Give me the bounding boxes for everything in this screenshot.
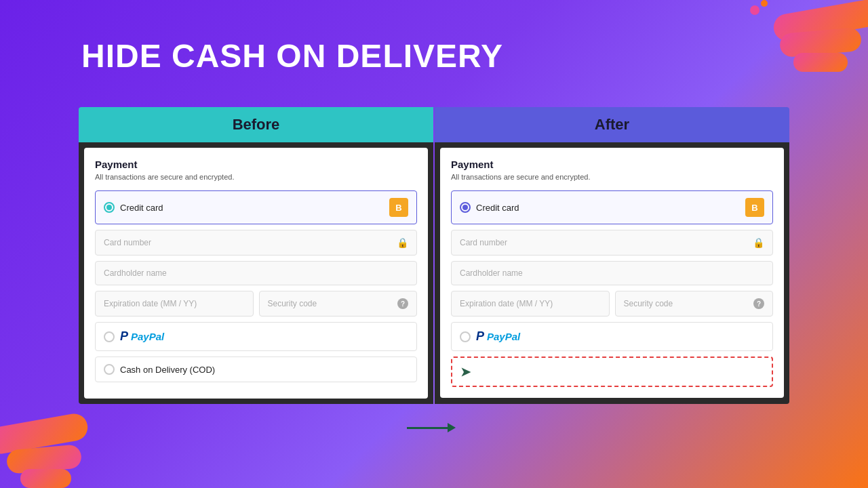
after-b-badge: B [745,198,764,217]
before-credit-card-left: Credit card [104,202,163,213]
before-paypal-left: P PayPal [104,329,164,344]
after-body: Payment All transactions are secure and … [435,142,789,404]
before-security-placeholder: Security code [268,299,317,308]
before-payment-card: Payment All transactions are secure and … [84,148,428,399]
page-title: HIDE CASH ON DELIVERY [81,37,503,75]
after-cardholder-placeholder: Cardholder name [460,268,523,278]
before-cod-option[interactable]: Cash on Delivery (COD) [95,357,417,382]
arrow-line [407,427,448,429]
before-payment-subtitle: All transactions are secure and encrypte… [95,173,417,181]
before-card-number-placeholder: Card number [104,238,151,247]
after-card-number-placeholder: Card number [460,238,507,247]
after-card-fields: Card number 🔒 Cardholder name Expiration… [451,230,773,317]
decorative-blob-top-right [732,0,868,81]
after-help-icon: ? [753,298,764,309]
before-expiry-field[interactable]: Expiration date (MM / YY) [95,291,254,317]
before-cardholder-field[interactable]: Cardholder name [95,261,417,285]
after-credit-card-label: Credit card [476,203,519,213]
paypal-text-before: PayPal [131,331,164,342]
after-payment-subtitle: All transactions are secure and encrypte… [451,173,773,181]
comparison-container: Before Payment All transactions are secu… [79,107,789,404]
after-hidden-cod-box: ➤ [451,357,773,387]
after-paypal-logo: P PayPal [476,329,520,344]
paypal-p-before: P [120,329,128,344]
before-security-field[interactable]: Security code ? [259,291,418,317]
before-panel: Before Payment All transactions are secu… [79,107,433,404]
before-credit-card-label: Credit card [120,203,163,213]
before-expiry-placeholder: Expiration date (MM / YY) [104,299,197,308]
after-security-placeholder: Security code [624,299,673,308]
before-label: Before [233,116,280,134]
before-credit-card-radio[interactable] [104,202,115,213]
before-card-number-field[interactable]: Card number 🔒 [95,230,417,256]
after-paypal-radio[interactable] [460,331,471,342]
between-arrow [407,423,456,432]
before-payment-title: Payment [95,159,417,170]
after-paypal-option[interactable]: P PayPal [451,322,773,351]
after-credit-card-option[interactable]: Credit card B [451,190,773,224]
before-header: Before [79,107,433,142]
before-body: Payment All transactions are secure and … [79,142,433,404]
after-arrow-icon: ➤ [460,365,471,380]
after-label: After [595,116,629,134]
before-paypal-option[interactable]: P PayPal [95,322,417,351]
after-expiry-security-row: Expiration date (MM / YY) Security code … [451,291,773,317]
paypal-text-after: PayPal [487,331,520,342]
before-help-icon: ? [397,298,408,309]
after-cardholder-field[interactable]: Cardholder name [451,261,773,285]
after-header: After [435,107,789,142]
before-credit-card-option[interactable]: Credit card B [95,190,417,224]
after-credit-card-left: Credit card [460,202,519,213]
before-cod-label: Cash on Delivery (COD) [120,365,215,375]
before-cod-radio[interactable] [104,364,115,375]
after-lock-icon: 🔒 [753,237,764,248]
arrow-head [448,423,456,432]
after-security-field[interactable]: Security code ? [615,291,774,317]
after-payment-card: Payment All transactions are secure and … [440,148,784,398]
paypal-p-after: P [476,329,484,344]
after-expiry-placeholder: Expiration date (MM / YY) [460,299,553,308]
before-card-fields: Card number 🔒 Cardholder name Expiration… [95,230,417,317]
after-credit-card-radio[interactable] [460,202,471,213]
after-expiry-field[interactable]: Expiration date (MM / YY) [451,291,610,317]
before-expiry-security-row: Expiration date (MM / YY) Security code … [95,291,417,317]
before-cod-left: Cash on Delivery (COD) [104,364,215,375]
before-lock-icon: 🔒 [397,237,408,248]
before-b-badge: B [389,198,408,217]
after-panel: After Payment All transactions are secur… [435,107,789,404]
after-paypal-left: P PayPal [460,329,520,344]
before-cardholder-placeholder: Cardholder name [104,268,167,278]
before-paypal-logo: P PayPal [120,329,164,344]
after-payment-title: Payment [451,159,773,170]
before-paypal-radio[interactable] [104,331,115,342]
after-card-number-field[interactable]: Card number 🔒 [451,230,773,256]
